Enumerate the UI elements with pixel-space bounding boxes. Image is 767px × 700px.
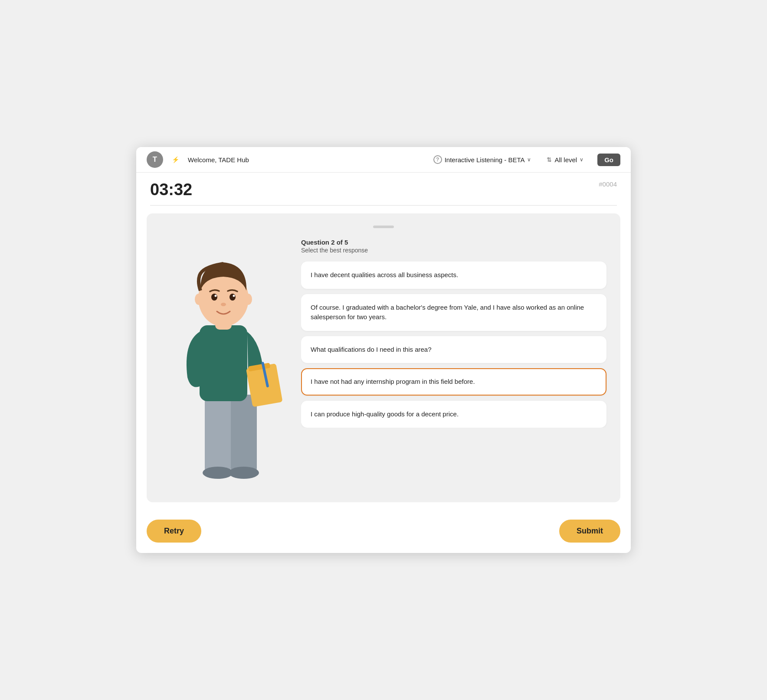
option-card-3[interactable]: What qualifications do I need in this ar… — [301, 336, 606, 363]
drag-handle[interactable] — [373, 226, 394, 228]
question-instruction: Select the best response — [301, 247, 610, 254]
timer-display: 03:32 — [150, 180, 192, 199]
svg-point-13 — [233, 295, 235, 297]
question-meta: Question 2 of 5 Select the best response — [301, 239, 610, 254]
svg-point-3 — [229, 467, 259, 479]
divider — [150, 205, 617, 206]
svg-point-16 — [244, 294, 252, 305]
help-icon: ? — [433, 155, 442, 164]
card-inner: Question 2 of 5 Select the best response… — [157, 239, 610, 490]
mode-selector[interactable]: ? Interactive Listening - BETA ∨ — [433, 155, 531, 164]
svg-point-15 — [195, 294, 203, 305]
option-card-4[interactable]: I have not had any internship program in… — [301, 368, 606, 396]
mode-dropdown-arrow: ∨ — [527, 157, 531, 163]
svg-point-11 — [229, 294, 236, 301]
header: T ⚡ Welcome, TADE Hub ? Interactive List… — [136, 147, 631, 173]
option-card-2[interactable]: Of course. I graduated with a bachelor's… — [301, 294, 606, 331]
svg-rect-4 — [200, 325, 247, 401]
level-label: All level — [554, 156, 577, 164]
option-card-5[interactable]: I can produce high-quality goods for a d… — [301, 401, 606, 428]
level-selector[interactable]: ⇅ All level ∨ — [547, 156, 583, 164]
timer-area: 03:32 #0004 — [136, 173, 631, 202]
svg-rect-1 — [231, 395, 257, 473]
level-arrows-icon: ⇅ — [547, 156, 552, 163]
retry-button[interactable]: Retry — [147, 520, 201, 543]
content-card: Question 2 of 5 Select the best response… — [147, 213, 620, 502]
avatar: T — [147, 151, 163, 168]
bottom-actions: Retry Submit — [136, 513, 631, 553]
level-dropdown-arrow: ∨ — [580, 157, 583, 163]
svg-rect-0 — [205, 395, 231, 473]
welcome-text: Welcome, TADE Hub — [188, 156, 249, 164]
question-id: #0004 — [599, 180, 617, 188]
go-button[interactable]: Go — [597, 154, 620, 166]
bolt-icon: ⚡ — [172, 156, 179, 163]
character-illustration — [161, 239, 283, 490]
option-card-1[interactable]: I have decent qualities across all busin… — [301, 262, 606, 289]
svg-point-14 — [221, 303, 226, 306]
svg-point-12 — [215, 295, 217, 297]
svg-point-10 — [211, 294, 217, 301]
mode-label: Interactive Listening - BETA — [445, 156, 525, 164]
character-area — [157, 239, 287, 490]
options-container: I have decent qualities across all busin… — [301, 262, 610, 428]
app-window: T ⚡ Welcome, TADE Hub ? Interactive List… — [136, 147, 631, 553]
right-side: Question 2 of 5 Select the best response… — [301, 239, 610, 428]
svg-point-2 — [203, 467, 233, 479]
question-number: Question 2 of 5 — [301, 239, 610, 246]
submit-button[interactable]: Submit — [559, 520, 620, 543]
